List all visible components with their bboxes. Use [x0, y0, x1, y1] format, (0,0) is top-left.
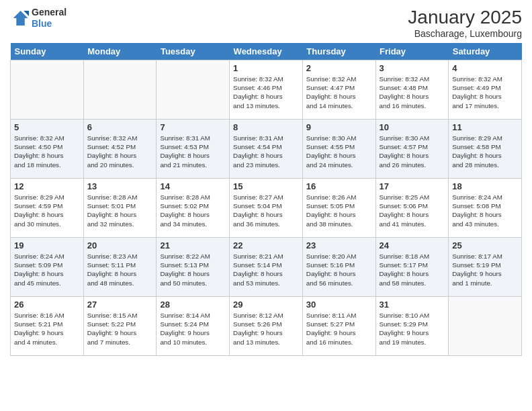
day-info: Sunrise: 8:32 AM Sunset: 4:52 PM Dayligh…	[87, 134, 153, 169]
day-number: 2	[306, 63, 372, 73]
day-number: 12	[14, 181, 80, 191]
calendar-cell: 19Sunrise: 8:24 AM Sunset: 5:09 PM Dayli…	[11, 238, 84, 297]
calendar-cell: 30Sunrise: 8:11 AM Sunset: 5:27 PM Dayli…	[302, 297, 375, 356]
calendar-cell: 4Sunrise: 8:32 AM Sunset: 4:49 PM Daylig…	[449, 60, 522, 120]
day-number: 13	[87, 181, 153, 191]
calendar-subtitle: Bascharage, Luxembourg	[408, 28, 522, 39]
day-info: Sunrise: 8:28 AM Sunset: 5:01 PM Dayligh…	[87, 193, 153, 228]
logo: General Blue	[10, 7, 66, 30]
calendar-table: SundayMondayTuesdayWednesdayThursdayFrid…	[10, 43, 522, 356]
day-info: Sunrise: 8:32 AM Sunset: 4:49 PM Dayligh…	[452, 75, 518, 110]
calendar-cell	[449, 297, 522, 356]
logo-blue: Blue	[32, 18, 66, 30]
day-number: 6	[87, 122, 153, 132]
day-number: 9	[306, 122, 372, 132]
day-info: Sunrise: 8:32 AM Sunset: 4:47 PM Dayligh…	[306, 75, 372, 110]
day-info: Sunrise: 8:24 AM Sunset: 5:08 PM Dayligh…	[452, 193, 518, 228]
calendar-cell: 29Sunrise: 8:12 AM Sunset: 5:26 PM Dayli…	[230, 297, 303, 356]
calendar-week-row: 26Sunrise: 8:16 AM Sunset: 5:21 PM Dayli…	[11, 297, 522, 356]
day-info: Sunrise: 8:29 AM Sunset: 4:58 PM Dayligh…	[452, 134, 518, 169]
calendar-cell: 25Sunrise: 8:17 AM Sunset: 5:19 PM Dayli…	[449, 238, 522, 297]
day-number: 28	[160, 300, 226, 310]
day-info: Sunrise: 8:21 AM Sunset: 5:14 PM Dayligh…	[233, 252, 299, 287]
calendar-cell: 23Sunrise: 8:20 AM Sunset: 5:16 PM Dayli…	[302, 238, 375, 297]
weekday-header-wednesday: Wednesday	[230, 43, 303, 60]
day-number: 19	[14, 240, 80, 250]
day-number: 18	[452, 181, 518, 191]
day-info: Sunrise: 8:23 AM Sunset: 5:11 PM Dayligh…	[87, 252, 153, 287]
calendar-cell: 22Sunrise: 8:21 AM Sunset: 5:14 PM Dayli…	[230, 238, 303, 297]
day-number: 24	[380, 240, 445, 250]
weekday-header-monday: Monday	[83, 43, 157, 60]
calendar-page: General Blue January 2025 Bascharage, Lu…	[0, 0, 532, 411]
calendar-cell: 6Sunrise: 8:32 AM Sunset: 4:52 PM Daylig…	[83, 120, 157, 179]
calendar-week-row: 5Sunrise: 8:32 AM Sunset: 4:50 PM Daylig…	[11, 120, 522, 179]
calendar-week-row: 19Sunrise: 8:24 AM Sunset: 5:09 PM Dayli…	[11, 238, 522, 297]
calendar-cell: 13Sunrise: 8:28 AM Sunset: 5:01 PM Dayli…	[83, 179, 157, 238]
calendar-cell	[83, 60, 157, 120]
title-section: January 2025 Bascharage, Luxembourg	[408, 7, 522, 39]
day-number: 15	[233, 181, 299, 191]
day-number: 7	[160, 122, 226, 132]
day-info: Sunrise: 8:18 AM Sunset: 5:17 PM Dayligh…	[380, 252, 445, 287]
day-number: 10	[380, 122, 445, 132]
day-number: 26	[14, 300, 80, 310]
day-number: 11	[452, 122, 518, 132]
day-info: Sunrise: 8:32 AM Sunset: 4:48 PM Dayligh…	[380, 75, 445, 110]
calendar-cell: 1Sunrise: 8:32 AM Sunset: 4:46 PM Daylig…	[230, 60, 303, 120]
day-info: Sunrise: 8:20 AM Sunset: 5:16 PM Dayligh…	[306, 252, 372, 287]
calendar-title: January 2025	[408, 7, 522, 28]
day-number: 14	[160, 181, 226, 191]
day-number: 4	[452, 63, 518, 73]
day-info: Sunrise: 8:22 AM Sunset: 5:13 PM Dayligh…	[160, 252, 226, 287]
calendar-cell: 21Sunrise: 8:22 AM Sunset: 5:13 PM Dayli…	[157, 238, 230, 297]
calendar-cell: 3Sunrise: 8:32 AM Sunset: 4:48 PM Daylig…	[375, 60, 449, 120]
day-info: Sunrise: 8:16 AM Sunset: 5:21 PM Dayligh…	[14, 311, 80, 347]
day-number: 3	[380, 63, 445, 73]
day-info: Sunrise: 8:29 AM Sunset: 4:59 PM Dayligh…	[14, 193, 80, 228]
calendar-cell: 20Sunrise: 8:23 AM Sunset: 5:11 PM Dayli…	[83, 238, 157, 297]
logo-icon	[10, 9, 29, 28]
day-info: Sunrise: 8:17 AM Sunset: 5:19 PM Dayligh…	[452, 252, 518, 287]
calendar-cell: 5Sunrise: 8:32 AM Sunset: 4:50 PM Daylig…	[11, 120, 84, 179]
calendar-cell: 18Sunrise: 8:24 AM Sunset: 5:08 PM Dayli…	[449, 179, 522, 238]
calendar-cell: 7Sunrise: 8:31 AM Sunset: 4:53 PM Daylig…	[157, 120, 230, 179]
day-info: Sunrise: 8:32 AM Sunset: 4:46 PM Dayligh…	[233, 75, 299, 110]
calendar-cell: 8Sunrise: 8:31 AM Sunset: 4:54 PM Daylig…	[230, 120, 303, 179]
calendar-cell: 15Sunrise: 8:27 AM Sunset: 5:04 PM Dayli…	[230, 179, 303, 238]
day-info: Sunrise: 8:15 AM Sunset: 5:22 PM Dayligh…	[87, 311, 153, 347]
calendar-cell: 14Sunrise: 8:28 AM Sunset: 5:02 PM Dayli…	[157, 179, 230, 238]
day-info: Sunrise: 8:31 AM Sunset: 4:54 PM Dayligh…	[233, 134, 299, 169]
day-info: Sunrise: 8:24 AM Sunset: 5:09 PM Dayligh…	[14, 252, 80, 287]
calendar-cell: 2Sunrise: 8:32 AM Sunset: 4:47 PM Daylig…	[302, 60, 375, 120]
weekday-header-saturday: Saturday	[449, 43, 522, 60]
day-number: 16	[306, 181, 372, 191]
day-info: Sunrise: 8:30 AM Sunset: 4:55 PM Dayligh…	[306, 134, 372, 169]
day-number: 20	[87, 240, 153, 250]
day-info: Sunrise: 8:25 AM Sunset: 5:06 PM Dayligh…	[380, 193, 445, 228]
day-number: 1	[233, 63, 299, 73]
day-number: 8	[233, 122, 299, 132]
calendar-cell	[157, 60, 230, 120]
weekday-header-row: SundayMondayTuesdayWednesdayThursdayFrid…	[11, 43, 522, 60]
calendar-cell: 24Sunrise: 8:18 AM Sunset: 5:17 PM Dayli…	[375, 238, 449, 297]
calendar-cell: 16Sunrise: 8:26 AM Sunset: 5:05 PM Dayli…	[302, 179, 375, 238]
calendar-cell: 11Sunrise: 8:29 AM Sunset: 4:58 PM Dayli…	[449, 120, 522, 179]
day-info: Sunrise: 8:27 AM Sunset: 5:04 PM Dayligh…	[233, 193, 299, 228]
calendar-cell: 31Sunrise: 8:10 AM Sunset: 5:29 PM Dayli…	[375, 297, 449, 356]
weekday-header-tuesday: Tuesday	[157, 43, 230, 60]
day-number: 27	[87, 300, 153, 310]
day-number: 31	[380, 300, 445, 310]
calendar-cell: 27Sunrise: 8:15 AM Sunset: 5:22 PM Dayli…	[83, 297, 157, 356]
day-number: 30	[306, 300, 372, 310]
day-info: Sunrise: 8:31 AM Sunset: 4:53 PM Dayligh…	[160, 134, 226, 169]
day-number: 22	[233, 240, 299, 250]
calendar-cell: 10Sunrise: 8:30 AM Sunset: 4:57 PM Dayli…	[375, 120, 449, 179]
calendar-week-row: 12Sunrise: 8:29 AM Sunset: 4:59 PM Dayli…	[11, 179, 522, 238]
day-info: Sunrise: 8:12 AM Sunset: 5:26 PM Dayligh…	[233, 311, 299, 347]
day-info: Sunrise: 8:26 AM Sunset: 5:05 PM Dayligh…	[306, 193, 372, 228]
day-number: 21	[160, 240, 226, 250]
day-info: Sunrise: 8:11 AM Sunset: 5:27 PM Dayligh…	[306, 311, 372, 347]
calendar-cell	[11, 60, 84, 120]
header: General Blue January 2025 Bascharage, Lu…	[10, 7, 522, 39]
